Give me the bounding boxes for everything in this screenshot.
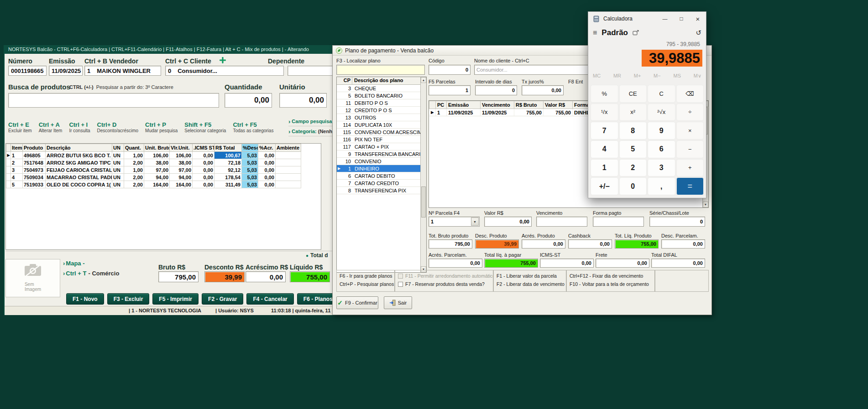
add-client-icon[interactable]	[219, 57, 226, 66]
plan-row[interactable]: 11DEBITO P O S	[337, 99, 421, 107]
keep-on-top-icon[interactable]	[633, 30, 639, 36]
plan-row[interactable]: 8TRANSFERENCIA PIX	[337, 187, 421, 194]
parcels-header-cell[interactable]: R$ Bruto	[514, 101, 544, 109]
grid-cell[interactable]: 178,54	[214, 174, 242, 181]
grid-cell[interactable]: UN	[112, 159, 124, 166]
grid-cell[interactable]: ARROZ 5KG AMIGAO TIPC	[46, 159, 112, 166]
grid-cell[interactable]	[276, 159, 301, 166]
field-input[interactable]: 0	[649, 217, 705, 227]
grid-cell[interactable]: 5	[11, 181, 23, 188]
grid-header-cell[interactable]: Vlr.Unit.	[170, 144, 193, 152]
grid-row[interactable]: ▶1496805ARROZ BUTUI 5KG BCO T.UN1,00106,…	[6, 152, 301, 159]
parcels-header-cell[interactable]: Valor R$	[544, 101, 573, 109]
calc-key-3[interactable]: 3	[648, 159, 675, 177]
plan-row[interactable]: 3CHEQUE	[337, 85, 421, 92]
calc-key-+[interactable]: +	[676, 159, 704, 177]
plan-row[interactable]: 115CONVENIO COM ACRESCIMO	[337, 129, 421, 136]
shortcut-item[interactable]: Ctrl + AAlterar Item	[39, 121, 63, 133]
grid-row[interactable]: 27517648ARROZ 5KG AMIGAO TIPCUN2,0038,00…	[6, 159, 301, 166]
grid-cell[interactable]: 38,00	[144, 159, 170, 166]
plan-row[interactable]: 114DUPLICATA 10X	[337, 121, 421, 129]
calc-key-=[interactable]: =	[676, 177, 704, 195]
plan-row[interactable]: 7CARTAO CREDITO	[337, 180, 421, 187]
shortcut-item[interactable]: Ctrl+ DDesconto/acréscimo	[97, 121, 139, 133]
calculator-titlebar[interactable]: Calculadora — □ ×	[588, 12, 706, 26]
grid-header-cell[interactable]: Quant.	[124, 144, 144, 152]
grid-cell[interactable]: 97,00	[170, 166, 193, 174]
grid-header-cell[interactable]: Item	[11, 144, 23, 152]
calc-key-7[interactable]: 7	[591, 122, 618, 140]
field-input[interactable]	[536, 217, 587, 227]
parcel-cell[interactable]: 755,00	[544, 109, 573, 116]
field-input[interactable]	[593, 217, 644, 227]
plan-row[interactable]: 5BOLETO BANCARIO	[337, 92, 421, 99]
comercio-link[interactable]: ›Ctrl + T- Comércio	[63, 270, 119, 277]
calc-key-CE[interactable]: CE	[619, 85, 647, 103]
plan-row[interactable]: 9TRANSFERENCIA BANCARIA	[337, 150, 421, 158]
field-input[interactable]: 0,00	[484, 217, 532, 227]
calc-key-+/−[interactable]: +/−	[591, 177, 618, 195]
grid-cell[interactable]: 94,00	[144, 174, 170, 181]
grid-cell[interactable]	[276, 174, 301, 181]
shortcut-item[interactable]: Ctrl + F5Todas as categorias	[233, 121, 273, 133]
calc-key-,[interactable]: ,	[648, 177, 675, 195]
grid-cell[interactable]: 7519033	[23, 181, 46, 188]
emissao-input[interactable]: 11/09/2025	[49, 66, 83, 76]
grid-cell[interactable]: UN	[112, 152, 124, 159]
calc-key-0[interactable]: 0	[619, 177, 647, 195]
scroll-thumb[interactable]	[421, 186, 426, 217]
grid-cell[interactable]: 5,03	[242, 152, 258, 159]
quantidade-input[interactable]: 0,00	[225, 93, 272, 108]
grid-cell[interactable]: 94,00	[170, 174, 193, 181]
mapa-link[interactable]: ›Mapa -	[63, 260, 85, 267]
grid-cell[interactable]: 72,18	[214, 159, 242, 166]
pos-button-f4-cancelar[interactable]: F4 - Cancelar	[246, 293, 293, 305]
grid-cell[interactable]: 97,00	[144, 166, 170, 174]
grid-cell[interactable]: 2,00	[124, 174, 144, 181]
grid-cell[interactable]: 1,00	[124, 166, 144, 174]
scroll-up-icon[interactable]: ▲	[421, 77, 426, 83]
plan-row[interactable]: 6CARTAO DEBITO	[337, 172, 421, 180]
minimize-button[interactable]: —	[657, 12, 673, 26]
calc-key-5[interactable]: 5	[619, 140, 647, 158]
vendedor-input[interactable]: 1 MAIKON WINGLER	[84, 66, 161, 76]
grid-cell[interactable]	[276, 152, 301, 159]
plan-row[interactable]: 116PIX NO TEF	[337, 136, 421, 143]
shortcut-item[interactable]: Ctrl + PMudar pesquisa	[145, 121, 178, 133]
grid-header-cell[interactable]: UN	[112, 144, 124, 152]
grid-cell[interactable]: 0,00	[258, 174, 276, 181]
juros-input[interactable]: 0,00	[522, 85, 564, 95]
calc-key-1[interactable]: 1	[591, 159, 618, 177]
calculator-result[interactable]: 39,9885	[642, 50, 702, 67]
parcel-cell[interactable]: 11/09/2025	[481, 109, 514, 116]
grid-cell[interactable]: 0,00	[258, 159, 276, 166]
plan-row[interactable]: 12CREDITO P O S	[337, 107, 421, 114]
grid-header-cell[interactable]: %Desc.	[242, 144, 258, 152]
intervalo-input[interactable]: 0	[475, 85, 517, 95]
calc-key-÷[interactable]: ÷	[676, 104, 704, 121]
grid-header-cell[interactable]: R$ Total	[214, 144, 242, 152]
shortcut-item[interactable]: Shift + F5Selecionar categoria	[184, 121, 226, 133]
grid-cell[interactable]: OLEO DE COCO COPRA 1(	[46, 181, 112, 188]
grid-cell[interactable]: 0,00	[258, 166, 276, 174]
grid-cell[interactable]: MACARRAO CRISTAL PADI	[46, 174, 112, 181]
parcel-cell[interactable]: 1	[436, 109, 447, 116]
codigo-input[interactable]: 0	[429, 65, 471, 75]
grid-row[interactable]: 47509034MACARRAO CRISTAL PADIUN2,0094,00…	[6, 174, 301, 181]
unitario-input[interactable]: 0,00	[279, 93, 327, 108]
campo-pesquisa-info[interactable]: › Campo pesquisa: D	[288, 117, 333, 126]
shortcut-item[interactable]: Ctrl + IIr consulta	[69, 121, 90, 133]
grid-cell[interactable]: 1	[11, 152, 23, 159]
confirm-button[interactable]: ✓ F9 - Confirmar	[336, 296, 378, 309]
parcels-header-cell[interactable]: Emissão	[447, 101, 481, 109]
grid-cell[interactable]: UN	[112, 166, 124, 174]
grid-cell[interactable]	[276, 181, 301, 188]
grid-cell[interactable]: 0,00	[193, 181, 214, 188]
calc-key-¹/x[interactable]: ¹/x	[591, 104, 618, 121]
cliente-input[interactable]: 0 Consumidor...	[165, 66, 284, 76]
grid-header-cell[interactable]: Unit. Bruto	[144, 144, 170, 152]
numero-input[interactable]: 0001198665	[8, 66, 47, 76]
calc-key-×[interactable]: ×	[676, 122, 704, 140]
parcelas-input[interactable]: 1	[429, 85, 471, 95]
grid-cell[interactable]: 5,03	[242, 159, 258, 166]
